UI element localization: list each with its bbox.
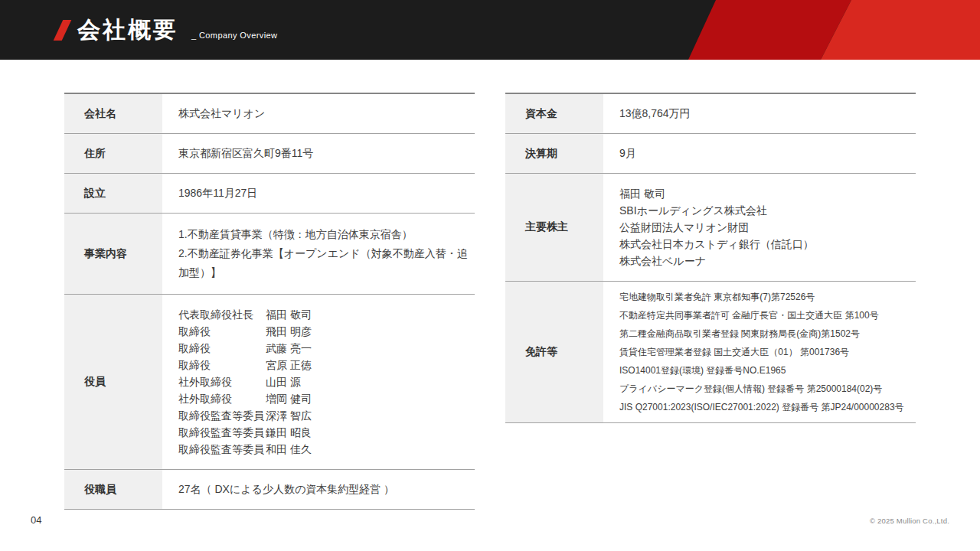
value-line: 2.不動産証券化事業【オープンエンド（対象不動産入替・追加型）】 xyxy=(178,244,475,282)
row-value: 9月 xyxy=(603,134,916,173)
row-label: 免許等 xyxy=(505,282,603,422)
officer-title: 社外取締役 xyxy=(178,373,266,390)
officer-line: 取締役武藤 亮一 xyxy=(178,340,475,357)
officer-title: 取締役監査等委員 xyxy=(178,424,266,441)
value-text: 27名（ DXによる少人数の資本集約型経営 ） xyxy=(178,483,475,497)
officer-name: 山田 源 xyxy=(266,373,301,390)
page-subtitle: _ Company Overview xyxy=(191,31,277,40)
row-label: 事業内容 xyxy=(64,214,162,294)
copyright-text: © 2025 Mullion Co.,Ltd. xyxy=(870,517,949,525)
row-value: 東京都新宿区富久町9番11号 xyxy=(162,134,475,173)
value-line: 株式会社日本カストディ銀行（信託口） xyxy=(619,236,916,253)
row-label: 設立 xyxy=(64,174,162,213)
officer-name: 武藤 亮一 xyxy=(266,340,312,357)
officer-line: 取締役監査等委員鎌田 昭良 xyxy=(178,424,475,441)
table-row: 住所東京都新宿区富久町9番11号 xyxy=(64,134,475,174)
value-line: 株式会社ベルーナ xyxy=(619,253,916,269)
row-label: 住所 xyxy=(64,134,162,173)
value-line: 第二種金融商品取引業者登録 関東財務局長(金商)第1502号 xyxy=(619,324,916,343)
row-value: 株式会社マリオン xyxy=(162,94,475,133)
officer-line: 取締役監査等委員和田 佳久 xyxy=(178,441,475,458)
table-row: 事業内容1.不動産賃貸事業（特徴：地方自治体東京宿舎）2.不動産証券化事業【オー… xyxy=(64,214,475,295)
page-title: 会社概要 xyxy=(77,15,178,46)
value-line: ISO14001登録(環境) 登録番号NO.E1965 xyxy=(619,361,916,380)
officer-line: 代表取締役社長福田 敬司 xyxy=(178,306,475,323)
officer-title: 社外取締役 xyxy=(178,390,266,407)
row-label: 資本金 xyxy=(505,94,603,133)
row-value: 27名（ DXによる少人数の資本集約型経営 ） xyxy=(162,470,475,509)
table-row: 設立1986年11月27日 xyxy=(64,174,475,214)
row-label: 役職員 xyxy=(64,470,162,509)
value-text: 1986年11月27日 xyxy=(178,187,475,201)
value-line: 宅地建物取引業者免許 東京都知事(7)第72526号 xyxy=(619,288,916,306)
officer-name: 増岡 健司 xyxy=(266,390,312,407)
row-value: 13億8,764万円 xyxy=(603,94,916,133)
value-text: 9月 xyxy=(619,147,916,161)
row-value: 福田 敬司SBIホールディングス株式会社公益財団法人マリオン財団株式会社日本カス… xyxy=(603,174,916,281)
officer-line: 取締役宮原 正徳 xyxy=(178,357,475,373)
officer-title: 取締役 xyxy=(178,323,266,340)
table-row: 免許等宅地建物取引業者免許 東京都知事(7)第72526号不動産特定共同事業者許… xyxy=(505,282,916,423)
officer-title: 取締役 xyxy=(178,340,266,357)
table-row: 役職員27名（ DXによる少人数の資本集約型経営 ） xyxy=(64,470,475,510)
officer-title: 代表取締役社長 xyxy=(178,306,266,323)
value-text: 東京都新宿区富久町9番11号 xyxy=(178,147,475,161)
officer-line: 社外取締役山田 源 xyxy=(178,373,475,390)
officer-name: 鎌田 昭良 xyxy=(266,424,312,441)
row-label: 役員 xyxy=(64,295,162,469)
company-table-right: 資本金13億8,764万円決算期9月主要株主福田 敬司SBIホールディングス株式… xyxy=(505,93,916,423)
officer-name: 福田 敬司 xyxy=(266,306,312,323)
row-value: 1.不動産賃貸事業（特徴：地方自治体東京宿舎）2.不動産証券化事業【オープンエン… xyxy=(162,214,475,294)
red-slash-accent-icon xyxy=(54,20,72,41)
row-value: 1986年11月27日 xyxy=(162,174,475,213)
value-line: 不動産特定共同事業者許可 金融庁長官・国土交通大臣 第100号 xyxy=(619,306,916,324)
company-table-left: 会社名株式会社マリオン住所東京都新宿区富久町9番11号設立1986年11月27日… xyxy=(64,93,475,510)
table-row: 資本金13億8,764万円 xyxy=(505,94,916,134)
value-line: 公益財団法人マリオン財団 xyxy=(619,219,916,236)
value-line: SBIホールディングス株式会社 xyxy=(619,202,916,219)
value-text: 13億8,764万円 xyxy=(619,107,916,121)
officer-line: 社外取締役増岡 健司 xyxy=(178,390,475,407)
officer-line: 取締役監査等委員深澤 智広 xyxy=(178,407,475,424)
value-text: 株式会社マリオン xyxy=(178,107,475,121)
row-label: 主要株主 xyxy=(505,174,603,281)
table-row: 役員代表取締役社長福田 敬司取締役飛田 明彦取締役武藤 亮一取締役宮原 正徳社外… xyxy=(64,295,475,470)
slide-header: 会社概要 _ Company Overview xyxy=(0,0,980,60)
officer-title: 取締役 xyxy=(178,357,266,373)
row-label: 決算期 xyxy=(505,134,603,173)
officer-name: 飛田 明彦 xyxy=(266,323,312,340)
officer-title: 取締役監査等委員 xyxy=(178,407,266,424)
row-value: 宅地建物取引業者免許 東京都知事(7)第72526号不動産特定共同事業者許可 金… xyxy=(603,282,916,422)
officer-name: 深澤 智広 xyxy=(266,407,312,424)
table-row: 会社名株式会社マリオン xyxy=(64,94,475,134)
value-line: 賃貸住宅管理業者登録 国土交通大臣（01） 第001736号 xyxy=(619,343,916,361)
page-number: 04 xyxy=(31,514,41,526)
officer-name: 和田 佳久 xyxy=(266,441,312,458)
value-line: JIS Q27001:2023(ISO/IEC27001:2022) 登録番号 … xyxy=(619,398,916,416)
header-title-group: 会社概要 _ Company Overview xyxy=(58,0,277,60)
value-line: プライバシーマーク登録(個人情報) 登録番号 第25000184(02)号 xyxy=(619,380,916,398)
row-value: 代表取締役社長福田 敬司取締役飛田 明彦取締役武藤 亮一取締役宮原 正徳社外取締… xyxy=(162,295,475,469)
table-row: 決算期9月 xyxy=(505,134,916,174)
row-label: 会社名 xyxy=(64,94,162,133)
officer-name: 宮原 正徳 xyxy=(266,357,312,373)
officer-title: 取締役監査等委員 xyxy=(178,441,266,458)
table-row: 主要株主福田 敬司SBIホールディングス株式会社公益財団法人マリオン財団株式会社… xyxy=(505,174,916,282)
officer-line: 取締役飛田 明彦 xyxy=(178,323,475,340)
value-line: 1.不動産賃貸事業（特徴：地方自治体東京宿舎） xyxy=(178,225,475,244)
value-line: 福田 敬司 xyxy=(619,185,916,202)
